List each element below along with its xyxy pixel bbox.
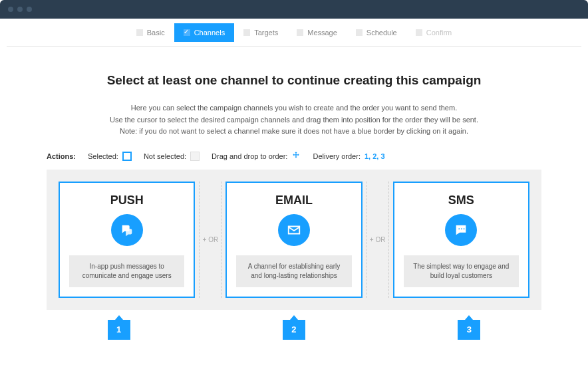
desc-line: Use the cursor to select the desired cam… xyxy=(47,114,541,126)
or-separator: + OR xyxy=(199,182,221,298)
order-badge-email[interactable]: 2 xyxy=(283,315,305,340)
sms-icon xyxy=(445,214,477,246)
actions-label: Actions: xyxy=(47,152,76,160)
tab-check-icon xyxy=(416,29,422,36)
tab-targets[interactable]: Targets xyxy=(234,23,287,42)
tab-label: Schedule xyxy=(367,29,397,37)
window-dot xyxy=(17,7,23,12)
tab-check-icon xyxy=(297,29,303,36)
window-dot xyxy=(27,7,32,12)
channel-desc: A channel for establishing early and lon… xyxy=(236,255,351,287)
channel-card-sms[interactable]: SMS The simplest way to engage and build… xyxy=(393,182,529,298)
tab-label: Channels xyxy=(194,29,225,37)
tab-label: Targets xyxy=(254,29,278,37)
svg-point-2 xyxy=(464,228,465,229)
desc-line: Note: if you do not want to select a cha… xyxy=(47,126,541,138)
legend-text: Drag and drop to order: xyxy=(212,152,287,160)
legend-delivery: Delivery order: 1, 2, 3 xyxy=(313,152,384,160)
legend-text: Delivery order: xyxy=(313,152,361,160)
legend-drag: Drag and drop to order: xyxy=(212,151,301,162)
channel-desc: The simplest way to engage and build loy… xyxy=(404,255,519,287)
tab-label: Message xyxy=(307,29,337,37)
push-icon xyxy=(111,214,143,246)
tab-label: Confirm xyxy=(426,29,452,37)
svg-point-1 xyxy=(461,228,462,229)
tab-channels[interactable]: Channels xyxy=(174,23,234,42)
selected-box-icon xyxy=(122,152,132,161)
order-number: 3 xyxy=(458,320,480,340)
or-separator: + OR xyxy=(367,182,389,298)
tab-basic[interactable]: Basic xyxy=(127,23,174,42)
tab-check-icon xyxy=(184,29,190,36)
legend-selected: Selected: xyxy=(88,152,132,161)
tab-check-icon xyxy=(243,29,250,36)
channel-card-push[interactable]: PUSH In-app push messages to comunicate … xyxy=(59,182,195,298)
move-icon xyxy=(291,151,301,162)
legend-notselected: Not selected: xyxy=(144,152,200,161)
channel-desc: In-app push messages to comunicate and e… xyxy=(69,255,184,287)
browser-titlebar xyxy=(0,0,588,19)
order-badges-row: 1 2 3 xyxy=(47,310,541,340)
tab-check-icon xyxy=(356,29,363,36)
order-badge-push[interactable]: 1 xyxy=(108,315,130,340)
page-description: Here you can select the campaign channel… xyxy=(47,102,541,138)
wizard-tabs: Basic Channels Targets Message Schedule … xyxy=(7,19,581,47)
delivery-order-nums: 1, 2, 3 xyxy=(365,152,385,160)
window-dot xyxy=(8,7,13,12)
desc-line: Here you can select the campaign channel… xyxy=(47,102,541,114)
tab-label: Basic xyxy=(147,29,165,37)
actions-legend: Actions: Selected: Not selected: Drag an… xyxy=(47,151,541,162)
channel-title: SMS xyxy=(448,193,474,207)
order-number: 2 xyxy=(283,320,305,340)
order-number: 1 xyxy=(108,320,130,340)
email-icon xyxy=(278,214,310,246)
order-badge-sms[interactable]: 3 xyxy=(458,315,480,340)
tab-confirm[interactable]: Confirm xyxy=(406,23,462,42)
legend-text: Selected: xyxy=(88,152,118,160)
tab-message[interactable]: Message xyxy=(287,23,347,42)
channel-title: EMAIL xyxy=(275,193,313,207)
channels-area: PUSH In-app push messages to comunicate … xyxy=(47,170,541,310)
svg-point-0 xyxy=(459,228,460,229)
tab-check-icon xyxy=(136,29,143,36)
channel-title: PUSH xyxy=(110,193,144,207)
tab-schedule[interactable]: Schedule xyxy=(347,23,406,42)
legend-text: Not selected: xyxy=(144,152,186,160)
channel-card-email[interactable]: EMAIL A channel for establishing early a… xyxy=(225,182,362,298)
notselected-box-icon xyxy=(190,152,200,161)
page-title: Select at least one channel to continue … xyxy=(47,73,541,88)
